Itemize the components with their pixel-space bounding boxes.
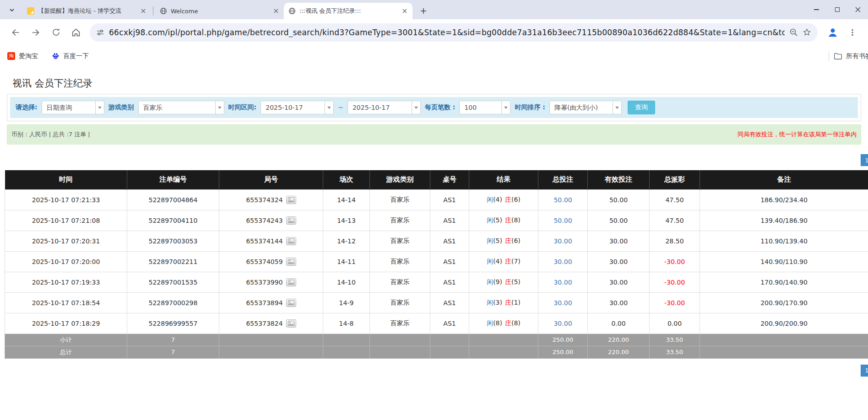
page-1-button[interactable]: 1 [861, 365, 868, 377]
cell-empty [430, 346, 469, 358]
cell-note: 170.90/140.90 [700, 272, 868, 292]
date-from-input[interactable]: 2025-10-17 [260, 101, 334, 114]
table-row: 2025-10-17 07:18:54 522897000298 6553738… [5, 292, 868, 313]
cell-bet-no: 522897002211 [127, 251, 219, 272]
select-arrow-icon [412, 101, 420, 114]
table-row: 2025-10-17 07:18:29 522896999557 6553738… [5, 313, 868, 334]
reload-button[interactable] [48, 24, 64, 41]
col-total-bet: 总投注 [538, 170, 588, 189]
tab-forum[interactable]: 【新提醒】海燕论坛 - 博学交流 [22, 3, 151, 19]
cell-round-no: 655374243 [219, 210, 323, 231]
tab-close-icon[interactable] [401, 7, 409, 15]
cell-total-valid-bet: 220.00 [588, 334, 650, 346]
table-row: 2025-10-17 07:19:33 522897001535 6553739… [5, 272, 868, 292]
video-preview-icon[interactable] [286, 319, 296, 328]
cell-time: 2025-10-17 07:18:29 [5, 313, 127, 334]
cell-total-bet-link[interactable]: 30.00 [538, 251, 588, 272]
video-preview-icon[interactable] [286, 237, 296, 245]
cell-total-bet: 250.00 [538, 346, 588, 358]
query-type-select[interactable]: 日期查询 [42, 101, 104, 114]
cell-round-no: 655373990 [219, 272, 323, 292]
cell-empty [430, 334, 469, 346]
tab-close-icon[interactable] [139, 7, 147, 15]
forum-favicon-icon [27, 7, 34, 15]
minimize-icon [814, 9, 819, 10]
tab-bet-record-active[interactable]: :::视讯 会员下注纪录::: [284, 3, 412, 19]
cell-time: 2025-10-17 07:21:08 [5, 210, 127, 231]
tab-close-icon[interactable] [272, 7, 280, 15]
home-button[interactable] [68, 24, 84, 41]
minimize-button[interactable] [806, 0, 827, 19]
select-arrow-icon [215, 101, 224, 114]
search-button[interactable]: 查询 [628, 101, 655, 114]
cell-total-label: 小计 [5, 334, 127, 346]
select-arrow-icon [501, 101, 510, 114]
taobao-icon: 淘 [7, 52, 15, 60]
cell-empty [469, 346, 538, 358]
tab-welcome[interactable]: Welcome [155, 3, 284, 19]
all-bookmarks-button[interactable]: 所有书签 [834, 52, 868, 60]
cell-game-type: 百家乐 [370, 272, 430, 292]
profile-avatar[interactable] [826, 26, 840, 39]
back-button[interactable] [7, 24, 24, 41]
cell-total-bet-link[interactable]: 50.00 [538, 210, 588, 231]
bet-records-table: 时间 注单编号 局号 场次 游戏类别 桌号 结果 总投注 有效投注 总派彩 备注… [5, 170, 868, 359]
video-preview-icon[interactable] [286, 196, 296, 204]
cell-session: 14-8 [323, 313, 370, 334]
site-settings-icon[interactable] [96, 28, 104, 37]
cell-payout: 0.00 [650, 313, 700, 334]
video-preview-icon[interactable] [286, 258, 296, 266]
globe-favicon-icon [288, 7, 296, 15]
maximize-button[interactable] [827, 0, 847, 19]
cell-payout: 28.50 [650, 231, 700, 251]
col-session: 场次 [323, 170, 370, 189]
bookmark-taobao[interactable]: 淘 爱淘宝 [7, 52, 38, 60]
close-window-button[interactable] [847, 0, 868, 19]
cell-total-bet-link[interactable]: 30.00 [538, 292, 588, 313]
url-text[interactable]: 66cxkj98.com/ipl/portal.php/game/betreco… [109, 28, 785, 37]
bookmark-baidu[interactable]: du 百度一下 [52, 52, 89, 60]
all-bookmarks-label: 所有书签 [846, 52, 868, 60]
tab-search-button[interactable] [5, 4, 18, 16]
forward-button[interactable] [27, 24, 44, 41]
table-row: 2025-10-17 07:20:31 522897003053 6553741… [5, 231, 868, 251]
address-bar[interactable]: 66cxkj98.com/ipl/portal.php/game/betreco… [90, 23, 818, 42]
maximize-icon [835, 7, 840, 12]
col-bet-no: 注单编号 [127, 170, 219, 189]
forward-icon [31, 27, 41, 38]
date-to-input[interactable]: 2025-10-17 [347, 101, 421, 114]
video-preview-icon[interactable] [286, 216, 296, 225]
cell-total-bet-link[interactable]: 30.00 [538, 272, 588, 292]
video-preview-icon[interactable] [286, 278, 296, 286]
home-icon [71, 27, 81, 38]
cell-table-no: AS1 [430, 189, 469, 210]
time-sort-select[interactable]: 降幂(由大到小) [549, 101, 622, 114]
cell-table-no: AS1 [430, 272, 469, 292]
page-1-button[interactable]: 1 [861, 154, 868, 166]
cell-total-bet-link[interactable]: 30.00 [538, 313, 588, 334]
zoom-indicator-icon[interactable] [789, 28, 798, 37]
cell-time: 2025-10-17 07:19:33 [5, 272, 127, 292]
browser-window: 【新提醒】海燕论坛 - 博学交流 Welcome :::视讯 会员下注纪录::: [0, 0, 868, 420]
cell-total-bet-link[interactable]: 50.00 [538, 189, 588, 210]
video-preview-icon[interactable] [286, 299, 296, 307]
new-tab-button[interactable] [417, 5, 430, 17]
cell-game-type: 百家乐 [370, 210, 430, 231]
pagination-top: 1 [0, 154, 868, 166]
browser-menu-button[interactable] [844, 24, 861, 41]
col-round-no: 局号 [219, 170, 323, 189]
bookmarks-right-group: 所有书签 [829, 51, 868, 61]
game-type-select[interactable]: 百家乐 [138, 101, 224, 114]
total-row: 小计 7 250.00 220.00 33.50 [5, 334, 868, 346]
cell-note: 139.40/186.90 [700, 210, 868, 231]
bookmark-star-icon[interactable] [803, 28, 811, 37]
page-size-select[interactable]: 100 [459, 101, 510, 114]
cell-game-type: 百家乐 [370, 313, 430, 334]
cell-session: 14-9 [323, 292, 370, 313]
table-body: 2025-10-17 07:21:33 522897004864 6553743… [5, 189, 868, 358]
cell-result: 闲(3)庄(1) [469, 292, 538, 313]
pagination-bottom: 1 [0, 365, 868, 377]
cell-bet-no: 522897004864 [127, 189, 219, 210]
cell-bet-no: 522897001535 [127, 272, 219, 292]
cell-total-bet-link[interactable]: 30.00 [538, 231, 588, 251]
